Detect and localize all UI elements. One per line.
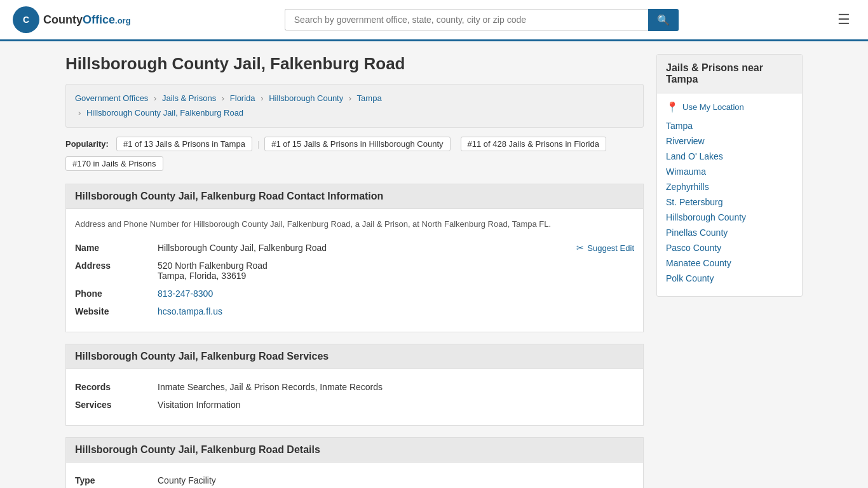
address-value: 520 North Falkenburg Road Tampa, Florida… xyxy=(158,257,634,285)
phone-link[interactable]: 813-247-8300 xyxy=(158,288,213,299)
popularity-row: Popularity: #1 of 13 Jails & Prisons in … xyxy=(65,137,644,171)
records-label: Records xyxy=(75,378,158,396)
sidebar-link-riverview[interactable]: Riverview xyxy=(666,136,705,146)
table-row-type: Type County Facility xyxy=(75,471,634,488)
table-row-address: Address 520 North Falkenburg Road Tampa,… xyxy=(75,257,634,285)
address-label: Address xyxy=(75,257,158,285)
details-section-header: Hillsborough County Jail, Falkenburg Roa… xyxy=(65,437,644,463)
logo-text: CountyOffice.org xyxy=(43,13,131,27)
list-item: Zephyrhills xyxy=(666,182,793,192)
breadcrumb-link-jails[interactable]: Jails & Prisons xyxy=(162,93,216,103)
list-item: Manatee County xyxy=(666,258,793,268)
search-area: 🔍 xyxy=(285,9,679,31)
breadcrumb-link-gov[interactable]: Government Offices xyxy=(75,93,148,103)
table-row-website: Website hcso.tampa.fl.us xyxy=(75,302,634,320)
phone-value: 813-247-8300 xyxy=(158,285,634,302)
table-row-records: Records Inmate Searches, Jail & Prison R… xyxy=(75,378,634,396)
contact-table: Name Hillsborough County Jail, Falkenbur… xyxy=(75,239,634,320)
pop-badge-2: #11 of 428 Jails & Prisons in Florida xyxy=(461,137,606,151)
breadcrumb-sep-3: › xyxy=(261,93,263,103)
pin-icon: 📍 xyxy=(666,101,679,113)
sidebar: Jails & Prisons near Tampa 📍 Use My Loca… xyxy=(656,54,803,488)
search-button[interactable]: 🔍 xyxy=(648,9,679,31)
sidebar-link-stpete[interactable]: St. Petersburg xyxy=(666,197,723,207)
main-container: Hillsborough County Jail, Falkenburg Roa… xyxy=(53,41,815,488)
sidebar-box: Jails & Prisons near Tampa 📍 Use My Loca… xyxy=(656,54,803,297)
logo-area: C CountyOffice.org xyxy=(13,6,131,33)
services-label: Services xyxy=(75,396,158,414)
sidebar-title: Jails & Prisons near Tampa xyxy=(657,55,802,93)
edit-icon: ✂ xyxy=(576,243,584,253)
services-section-header: Hillsborough County Jail, Falkenburg Roa… xyxy=(65,344,644,369)
site-header: C CountyOffice.org 🔍 ☰ xyxy=(0,0,868,41)
pop-badge-0: #1 of 13 Jails & Prisons in Tampa xyxy=(116,137,252,151)
services-info-block: Records Inmate Searches, Jail & Prison R… xyxy=(65,369,644,426)
name-label: Name xyxy=(75,239,158,257)
records-value: Inmate Searches, Jail & Prison Records, … xyxy=(158,378,634,396)
pop-badge-3: #170 in Jails & Prisons xyxy=(65,156,163,171)
website-link[interactable]: hcso.tampa.fl.us xyxy=(158,306,222,316)
breadcrumb-link-tampa[interactable]: Tampa xyxy=(357,93,382,103)
contact-info-block: Address and Phone Number for Hillsboroug… xyxy=(65,209,644,333)
breadcrumb: Government Offices › Jails & Prisons › F… xyxy=(65,84,644,128)
content-area: Hillsborough County Jail, Falkenburg Roa… xyxy=(65,54,644,488)
sidebar-link-wimauma[interactable]: Wimauma xyxy=(666,166,706,177)
list-item: Land O' Lakes xyxy=(666,151,793,161)
sidebar-link-landolakes[interactable]: Land O' Lakes xyxy=(666,151,723,161)
popularity-label: Popularity: xyxy=(65,139,109,149)
suggest-edit-link[interactable]: ✂ Suggest Edit xyxy=(576,243,634,253)
table-row-phone: Phone 813-247-8300 xyxy=(75,285,634,302)
list-item: Riverview xyxy=(666,136,793,146)
breadcrumb-sep-1: › xyxy=(154,93,156,103)
details-table: Type County Facility Security Level Maxi… xyxy=(75,471,634,488)
address-line2: Tampa, Florida, 33619 xyxy=(158,271,634,281)
table-row-services: Services Visitation Information xyxy=(75,396,634,414)
svg-text:C: C xyxy=(23,15,29,25)
phone-label: Phone xyxy=(75,285,158,302)
header-right: ☰ xyxy=(832,9,855,30)
website-label: Website xyxy=(75,302,158,320)
services-value: Visitation Information xyxy=(158,396,634,414)
use-location-label: Use My Location xyxy=(682,102,744,112)
search-icon: 🔍 xyxy=(657,15,670,25)
menu-button[interactable]: ☰ xyxy=(832,9,855,30)
menu-icon: ☰ xyxy=(837,11,850,27)
list-item: Pinellas County xyxy=(666,227,793,238)
address-line1: 520 North Falkenburg Road xyxy=(158,261,634,271)
breadcrumb-sep-5: › xyxy=(78,108,81,118)
sidebar-link-manatee[interactable]: Manatee County xyxy=(666,258,731,268)
search-input[interactable] xyxy=(285,9,648,30)
details-info-block: Type County Facility Security Level Maxi… xyxy=(65,463,644,488)
list-item: St. Petersburg xyxy=(666,197,793,207)
website-value: hcso.tampa.fl.us xyxy=(158,302,634,320)
logo-icon: C xyxy=(13,6,39,33)
sidebar-link-zephyrhills[interactable]: Zephyrhills xyxy=(666,182,709,192)
services-table: Records Inmate Searches, Jail & Prison R… xyxy=(75,378,634,414)
breadcrumb-link-hillsborough[interactable]: Hillsborough County xyxy=(269,93,343,103)
name-value: Hillsborough County Jail, Falkenburg Roa… xyxy=(158,239,634,257)
table-row-name: Name Hillsborough County Jail, Falkenbur… xyxy=(75,239,634,257)
use-location-link[interactable]: 📍 Use My Location xyxy=(666,101,793,113)
list-item: Wimauma xyxy=(666,166,793,177)
contact-description: Address and Phone Number for Hillsboroug… xyxy=(75,218,634,231)
pop-badge-1: #1 of 15 Jails & Prisons in Hillsborough… xyxy=(264,137,450,151)
sidebar-link-polk[interactable]: Polk County xyxy=(666,273,714,283)
breadcrumb-sep-2: › xyxy=(222,93,224,103)
type-label: Type xyxy=(75,471,158,488)
sidebar-links: Tampa Riverview Land O' Lakes Wimauma Ze… xyxy=(666,121,793,283)
sidebar-link-pinellas[interactable]: Pinellas County xyxy=(666,227,728,238)
sidebar-link-pasco[interactable]: Pasco County xyxy=(666,243,721,253)
contact-section-header: Hillsborough County Jail, Falkenburg Roa… xyxy=(65,184,644,209)
breadcrumb-sep-4: › xyxy=(349,93,351,103)
list-item: Polk County xyxy=(666,273,793,283)
type-value: County Facility xyxy=(158,471,634,488)
sidebar-content: 📍 Use My Location Tampa Riverview Land O… xyxy=(657,93,802,296)
list-item: Tampa xyxy=(666,121,793,131)
list-item: Pasco County xyxy=(666,243,793,253)
breadcrumb-link-florida[interactable]: Florida xyxy=(230,93,255,103)
sidebar-link-tampa[interactable]: Tampa xyxy=(666,121,693,131)
sidebar-link-hillsborough[interactable]: Hillsborough County xyxy=(666,212,746,222)
list-item: Hillsborough County xyxy=(666,212,793,222)
breadcrumb-link-current[interactable]: Hillsborough County Jail, Falkenburg Roa… xyxy=(86,108,243,118)
page-title: Hillsborough County Jail, Falkenburg Roa… xyxy=(65,54,644,74)
